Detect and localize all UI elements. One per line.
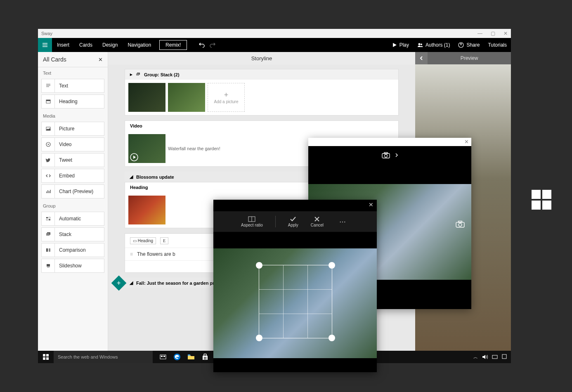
apply-button[interactable]: Apply xyxy=(288,216,298,227)
more-button[interactable]: ⋯ xyxy=(336,218,349,226)
svg-rect-15 xyxy=(47,264,50,267)
automatic-icon xyxy=(42,212,55,225)
taskbar-search[interactable]: Search the web and Windows xyxy=(54,351,153,363)
camera-capture-icon[interactable] xyxy=(456,220,465,228)
crop-close-button[interactable]: ✕ xyxy=(369,201,373,208)
card-slideshow[interactable]: Slideshow xyxy=(41,259,104,273)
tablet-frame: Sway — ▢ ✕ Insert Cards Design Navigatio… xyxy=(0,0,572,392)
heading-chip[interactable]: ▭ Heading xyxy=(130,237,156,244)
edge-app[interactable] xyxy=(171,351,183,363)
video-thumbnail[interactable] xyxy=(128,134,165,163)
svg-rect-13 xyxy=(46,248,48,252)
sidebar-close[interactable]: ✕ xyxy=(98,57,103,63)
notification-icon[interactable] xyxy=(502,354,507,360)
folder-icon xyxy=(187,354,195,360)
svg-rect-40 xyxy=(204,357,205,358)
share-button[interactable]: Share xyxy=(454,42,484,48)
drag-handle-icon[interactable]: ≡ xyxy=(130,251,133,257)
svg-point-0 xyxy=(418,43,421,45)
edge-icon xyxy=(173,353,181,361)
svg-rect-55 xyxy=(502,354,506,359)
chevron-right-icon[interactable] xyxy=(395,153,398,158)
ribbon-cards[interactable]: Cards xyxy=(74,42,97,48)
close-button[interactable]: ✕ xyxy=(503,31,508,36)
text-icon xyxy=(42,79,55,92)
thumbnail-1[interactable] xyxy=(128,83,165,112)
tweet-icon xyxy=(42,153,55,167)
thumbnail-2[interactable] xyxy=(168,83,205,112)
camera-icon[interactable] xyxy=(382,152,390,158)
storyline-title: Storyline xyxy=(108,52,415,65)
svg-rect-20 xyxy=(136,73,139,76)
store-app[interactable] xyxy=(199,351,211,363)
card-text[interactable]: Text xyxy=(41,79,104,93)
hamburger-menu[interactable] xyxy=(38,38,52,52)
remix-button[interactable]: Remix! xyxy=(159,40,187,50)
start-button[interactable] xyxy=(38,351,54,363)
camera-close-button[interactable]: ✕ xyxy=(464,139,469,145)
keyboard-icon[interactable] xyxy=(492,354,498,359)
ribbon-insert[interactable]: Insert xyxy=(52,42,74,48)
video-caption: Waterfall near the garden! xyxy=(168,146,220,151)
cancel-button[interactable]: Cancel xyxy=(311,216,324,227)
chart-icon xyxy=(42,185,55,198)
aspect-ratio-button[interactable]: Aspect ratio xyxy=(241,216,263,227)
card-automatic[interactable]: Automatic xyxy=(41,212,104,226)
collapse-icon-2[interactable]: ◢ xyxy=(130,280,133,286)
card-heading[interactable]: Heading xyxy=(41,94,104,109)
maximize-button[interactable]: ▢ xyxy=(491,31,495,36)
text-content[interactable]: The flowers are b xyxy=(137,251,175,257)
heading-thumbnail[interactable] xyxy=(128,196,165,224)
add-picture-button[interactable]: + Add a picture xyxy=(208,83,245,112)
crop-handle-br[interactable] xyxy=(329,335,335,341)
systray-chevron-icon[interactable]: ︿ xyxy=(473,354,478,360)
card-chart[interactable]: Chart (Preview) xyxy=(41,184,104,198)
crop-selection[interactable] xyxy=(259,265,332,338)
card-embed[interactable]: Embed xyxy=(41,169,104,183)
slideshow-icon xyxy=(42,259,55,272)
card-stack[interactable]: Stack xyxy=(41,227,104,241)
svg-point-17 xyxy=(48,267,49,268)
collapse-icon[interactable]: ◢ xyxy=(130,174,133,179)
tutorials-button[interactable]: Tutorials xyxy=(484,42,511,48)
svg-rect-10 xyxy=(49,219,50,220)
hamburger-icon xyxy=(42,42,48,48)
svg-rect-42 xyxy=(204,359,205,360)
card-comparison[interactable]: Comparison xyxy=(41,243,104,257)
undo-icon[interactable] xyxy=(199,42,205,48)
play-button[interactable]: Play xyxy=(388,42,413,48)
card-tweet[interactable]: Tweet xyxy=(41,153,104,167)
ribbon-navigation[interactable]: Navigation xyxy=(123,42,156,48)
redo-icon[interactable] xyxy=(209,42,216,48)
comparison-icon xyxy=(42,243,55,257)
card-picture[interactable]: Picture xyxy=(41,122,104,136)
authors-button[interactable]: Authors (1) xyxy=(413,42,454,48)
crop-handle-tl[interactable] xyxy=(256,262,262,269)
volume-icon[interactable] xyxy=(482,354,488,359)
picture-icon xyxy=(42,122,55,135)
play-icon xyxy=(392,43,397,47)
svg-rect-31 xyxy=(46,354,49,357)
check-icon xyxy=(290,216,296,222)
svg-point-23 xyxy=(384,154,387,157)
section-group: Group xyxy=(38,200,108,210)
expand-icon[interactable]: ▸ xyxy=(130,72,132,77)
ribbon-design[interactable]: Design xyxy=(97,42,123,48)
minimize-button[interactable]: — xyxy=(477,31,482,36)
svg-rect-9 xyxy=(46,219,48,220)
crop-handle-bl[interactable] xyxy=(256,335,262,341)
group-stack-card[interactable]: ▸ Group: Stack (2) + Add a picture xyxy=(125,69,399,116)
card-video[interactable]: Video xyxy=(41,137,104,151)
svg-rect-43 xyxy=(206,359,207,360)
emphasis-chip[interactable]: E xyxy=(160,237,168,244)
chevron-left-icon xyxy=(419,56,424,61)
explorer-app[interactable] xyxy=(185,351,197,363)
task-view-button[interactable] xyxy=(157,351,169,363)
preview-back-button[interactable] xyxy=(415,52,428,64)
svg-rect-8 xyxy=(49,217,50,218)
crop-handle-tr[interactable] xyxy=(329,262,335,269)
embed-icon xyxy=(42,169,55,182)
section-media: Media xyxy=(38,110,108,120)
svg-rect-39 xyxy=(203,356,208,360)
svg-rect-41 xyxy=(206,357,207,358)
